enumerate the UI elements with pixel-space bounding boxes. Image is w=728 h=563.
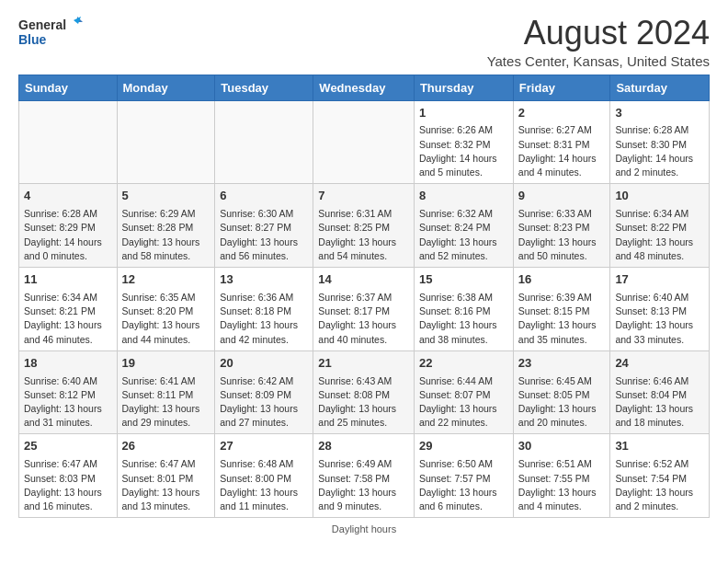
calendar-header-monday: Monday [117, 75, 215, 100]
day-number: 13 [220, 271, 308, 289]
day-detail: Sunrise: 6:27 AM Sunset: 8:31 PM Dayligh… [518, 123, 606, 179]
day-number: 3 [615, 105, 704, 122]
day-number: 28 [318, 438, 409, 455]
day-number: 26 [122, 438, 210, 455]
main-title: August 2024 [487, 15, 710, 52]
calendar-cell: 24Sunrise: 6:46 AM Sunset: 8:04 PM Dayli… [610, 350, 710, 434]
day-detail: Sunrise: 6:31 AM Sunset: 8:25 PM Dayligh… [318, 207, 409, 263]
day-number: 9 [518, 188, 606, 205]
day-number: 11 [24, 271, 112, 289]
day-number: 30 [518, 438, 606, 455]
day-detail: Sunrise: 6:44 AM Sunset: 8:07 PM Dayligh… [419, 374, 508, 431]
logo-svg: General Blue [18, 15, 83, 50]
day-detail: Sunrise: 6:32 AM Sunset: 8:24 PM Dayligh… [419, 207, 508, 263]
day-number: 23 [518, 355, 606, 373]
calendar-week-3: 11Sunrise: 6:34 AM Sunset: 8:21 PM Dayli… [19, 268, 710, 351]
title-block: August 2024 Yates Center, Kansas, United… [487, 15, 710, 69]
day-number: 1 [419, 105, 508, 122]
calendar-cell: 15Sunrise: 6:38 AM Sunset: 8:16 PM Dayli… [414, 268, 513, 351]
day-number: 29 [419, 438, 508, 455]
day-detail: Sunrise: 6:46 AM Sunset: 8:04 PM Dayligh… [615, 374, 704, 431]
footer-note: Daylight hours [18, 523, 710, 534]
day-detail: Sunrise: 6:43 AM Sunset: 8:08 PM Dayligh… [318, 374, 409, 431]
calendar-cell: 14Sunrise: 6:37 AM Sunset: 8:17 PM Dayli… [313, 268, 415, 351]
day-detail: Sunrise: 6:47 AM Sunset: 8:03 PM Dayligh… [24, 457, 112, 513]
calendar-header-thursday: Thursday [414, 75, 513, 100]
calendar-cell: 12Sunrise: 6:35 AM Sunset: 8:20 PM Dayli… [117, 268, 215, 351]
day-detail: Sunrise: 6:26 AM Sunset: 8:32 PM Dayligh… [419, 123, 508, 179]
calendar-cell: 6Sunrise: 6:30 AM Sunset: 8:27 PM Daylig… [215, 184, 313, 268]
calendar-cell: 19Sunrise: 6:41 AM Sunset: 8:11 PM Dayli… [117, 350, 215, 434]
day-number: 12 [122, 271, 210, 289]
day-number: 31 [615, 438, 704, 455]
day-number: 4 [24, 188, 112, 205]
day-number: 15 [419, 271, 508, 289]
calendar: SundayMondayTuesdayWednesdayThursdayFrid… [18, 75, 710, 519]
day-number: 19 [122, 355, 210, 373]
day-detail: Sunrise: 6:50 AM Sunset: 7:57 PM Dayligh… [419, 457, 508, 513]
calendar-cell: 28Sunrise: 6:49 AM Sunset: 7:58 PM Dayli… [313, 434, 415, 518]
calendar-cell: 4Sunrise: 6:28 AM Sunset: 8:29 PM Daylig… [19, 184, 118, 268]
day-number: 6 [220, 188, 308, 205]
day-detail: Sunrise: 6:38 AM Sunset: 8:16 PM Dayligh… [419, 291, 508, 347]
day-detail: Sunrise: 6:45 AM Sunset: 8:05 PM Dayligh… [518, 374, 606, 431]
calendar-cell: 5Sunrise: 6:29 AM Sunset: 8:28 PM Daylig… [117, 184, 215, 268]
calendar-header-friday: Friday [513, 75, 610, 100]
calendar-header-row: SundayMondayTuesdayWednesdayThursdayFrid… [19, 75, 710, 100]
footer-text: Daylight hours [332, 523, 396, 534]
day-detail: Sunrise: 6:52 AM Sunset: 7:54 PM Dayligh… [615, 457, 704, 513]
logo: General Blue [18, 15, 83, 50]
calendar-cell: 16Sunrise: 6:39 AM Sunset: 8:15 PM Dayli… [513, 268, 610, 351]
calendar-cell [19, 100, 118, 184]
day-number: 27 [220, 438, 308, 455]
day-number: 22 [419, 355, 508, 373]
calendar-cell: 13Sunrise: 6:36 AM Sunset: 8:18 PM Dayli… [215, 268, 313, 351]
day-number: 7 [318, 188, 409, 205]
day-number: 2 [518, 105, 606, 122]
day-number: 8 [419, 188, 508, 205]
calendar-cell: 30Sunrise: 6:51 AM Sunset: 7:55 PM Dayli… [513, 434, 610, 518]
calendar-cell: 23Sunrise: 6:45 AM Sunset: 8:05 PM Dayli… [513, 350, 610, 434]
day-detail: Sunrise: 6:37 AM Sunset: 8:17 PM Dayligh… [318, 291, 409, 347]
day-detail: Sunrise: 6:39 AM Sunset: 8:15 PM Dayligh… [518, 291, 606, 347]
svg-text:Blue: Blue [18, 32, 47, 47]
day-detail: Sunrise: 6:29 AM Sunset: 8:28 PM Dayligh… [122, 207, 210, 263]
calendar-header-saturday: Saturday [610, 75, 710, 100]
day-number: 24 [615, 355, 704, 373]
day-detail: Sunrise: 6:34 AM Sunset: 8:21 PM Dayligh… [24, 291, 112, 347]
day-detail: Sunrise: 6:41 AM Sunset: 8:11 PM Dayligh… [122, 374, 210, 431]
calendar-week-1: 1Sunrise: 6:26 AM Sunset: 8:32 PM Daylig… [19, 100, 710, 184]
day-number: 16 [518, 271, 606, 289]
calendar-week-2: 4Sunrise: 6:28 AM Sunset: 8:29 PM Daylig… [19, 184, 710, 268]
calendar-cell: 1Sunrise: 6:26 AM Sunset: 8:32 PM Daylig… [414, 100, 513, 184]
calendar-cell: 8Sunrise: 6:32 AM Sunset: 8:24 PM Daylig… [414, 184, 513, 268]
calendar-cell: 11Sunrise: 6:34 AM Sunset: 8:21 PM Dayli… [19, 268, 118, 351]
calendar-cell: 18Sunrise: 6:40 AM Sunset: 8:12 PM Dayli… [19, 350, 118, 434]
calendar-cell: 26Sunrise: 6:47 AM Sunset: 8:01 PM Dayli… [117, 434, 215, 518]
day-detail: Sunrise: 6:48 AM Sunset: 8:00 PM Dayligh… [220, 457, 308, 513]
calendar-header-sunday: Sunday [19, 75, 118, 100]
calendar-cell [117, 100, 215, 184]
day-number: 17 [615, 271, 704, 289]
calendar-cell: 10Sunrise: 6:34 AM Sunset: 8:22 PM Dayli… [610, 184, 710, 268]
day-number: 21 [318, 355, 409, 373]
day-detail: Sunrise: 6:40 AM Sunset: 8:12 PM Dayligh… [24, 374, 112, 431]
day-detail: Sunrise: 6:40 AM Sunset: 8:13 PM Dayligh… [615, 291, 704, 347]
day-detail: Sunrise: 6:34 AM Sunset: 8:22 PM Dayligh… [615, 207, 704, 263]
calendar-cell: 2Sunrise: 6:27 AM Sunset: 8:31 PM Daylig… [513, 100, 610, 184]
calendar-cell: 29Sunrise: 6:50 AM Sunset: 7:57 PM Dayli… [414, 434, 513, 518]
subtitle: Yates Center, Kansas, United States [487, 53, 710, 69]
calendar-cell: 3Sunrise: 6:28 AM Sunset: 8:30 PM Daylig… [610, 100, 710, 184]
day-number: 25 [24, 438, 112, 455]
page: General Blue August 2024 Yates Center, K… [0, 0, 728, 546]
day-detail: Sunrise: 6:49 AM Sunset: 7:58 PM Dayligh… [318, 457, 409, 513]
day-number: 20 [220, 355, 308, 373]
svg-text:General: General [18, 17, 66, 32]
calendar-week-4: 18Sunrise: 6:40 AM Sunset: 8:12 PM Dayli… [19, 350, 710, 434]
calendar-cell: 17Sunrise: 6:40 AM Sunset: 8:13 PM Dayli… [610, 268, 710, 351]
day-detail: Sunrise: 6:28 AM Sunset: 8:29 PM Dayligh… [24, 207, 112, 263]
day-number: 10 [615, 188, 704, 205]
calendar-cell [215, 100, 313, 184]
calendar-week-5: 25Sunrise: 6:47 AM Sunset: 8:03 PM Dayli… [19, 434, 710, 518]
day-detail: Sunrise: 6:30 AM Sunset: 8:27 PM Dayligh… [220, 207, 308, 263]
